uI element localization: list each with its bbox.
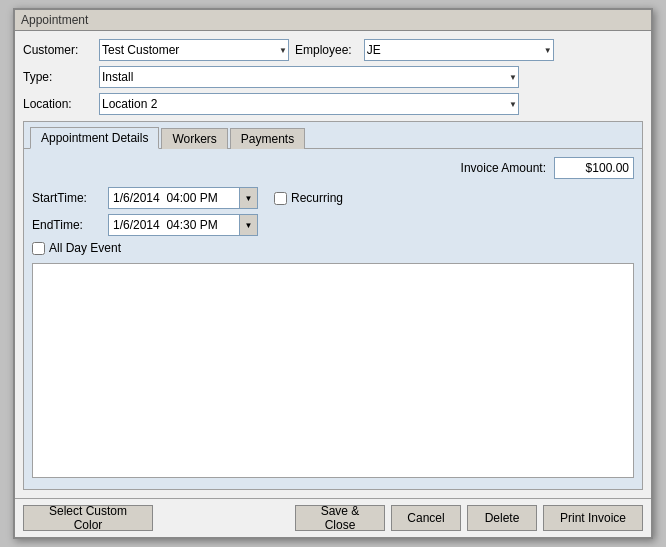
all-day-checkbox-label[interactable]: All Day Event	[32, 241, 121, 255]
location-select[interactable]: Location 2	[99, 93, 519, 115]
location-row: Location: Location 2	[23, 93, 643, 115]
invoice-amount-row: Invoice Amount:	[32, 157, 634, 179]
recurring-checkbox-label[interactable]: Recurring	[274, 191, 343, 205]
print-invoice-button[interactable]: Print Invoice	[543, 505, 643, 531]
all-day-row: All Day Event	[32, 241, 634, 255]
custom-color-button[interactable]: Select Custom Color	[23, 505, 153, 531]
location-label: Location:	[23, 97, 93, 111]
customer-label: Customer:	[23, 43, 93, 57]
bottom-bar: Select Custom Color Save & Close Cancel …	[15, 498, 651, 537]
tab-payments[interactable]: Payments	[230, 128, 305, 149]
tabs-container: Appointment Details Workers Payments Inv…	[23, 121, 643, 490]
end-time-label: EndTime:	[32, 218, 102, 232]
customer-employee-row: Customer: Test Customer Employee: JE	[23, 39, 643, 61]
customer-select-wrapper[interactable]: Test Customer	[99, 39, 289, 61]
type-label: Type:	[23, 70, 93, 84]
end-time-dropdown-btn[interactable]: ▼	[239, 215, 257, 235]
end-time-row: EndTime: ▼	[32, 214, 634, 236]
type-select-wrapper[interactable]: Install	[99, 66, 519, 88]
tab-workers[interactable]: Workers	[161, 128, 227, 149]
start-time-label: StartTime:	[32, 191, 102, 205]
employee-select[interactable]: JE	[364, 39, 554, 61]
start-time-input[interactable]	[109, 188, 239, 208]
location-select-wrapper[interactable]: Location 2	[99, 93, 519, 115]
cancel-button[interactable]: Cancel	[391, 505, 461, 531]
end-time-input-wrapper[interactable]: ▼	[108, 214, 258, 236]
invoice-amount-input[interactable]	[554, 157, 634, 179]
appointment-window: Appointment Customer: Test Customer Empl…	[13, 8, 653, 539]
invoice-amount-label: Invoice Amount:	[461, 161, 546, 175]
end-time-input[interactable]	[109, 215, 239, 235]
start-time-row: StartTime: ▼ Recurring	[32, 187, 634, 209]
save-close-button[interactable]: Save & Close	[295, 505, 385, 531]
type-select[interactable]: Install	[99, 66, 519, 88]
type-row: Type: Install	[23, 66, 643, 88]
recurring-label: Recurring	[291, 191, 343, 205]
employee-label: Employee:	[295, 43, 358, 57]
customer-select[interactable]: Test Customer	[99, 39, 289, 61]
all-day-label: All Day Event	[49, 241, 121, 255]
all-day-checkbox[interactable]	[32, 242, 45, 255]
notes-textarea[interactable]	[32, 263, 634, 478]
window-title: Appointment	[15, 10, 651, 31]
delete-button[interactable]: Delete	[467, 505, 537, 531]
tab-appointment-details[interactable]: Appointment Details	[30, 127, 159, 149]
tab-content-appointment-details: Invoice Amount: StartTime: ▼ Recurring	[24, 148, 642, 489]
recurring-checkbox[interactable]	[274, 192, 287, 205]
employee-select-wrapper[interactable]: JE	[364, 39, 554, 61]
start-time-input-wrapper[interactable]: ▼	[108, 187, 258, 209]
window-body: Customer: Test Customer Employee: JE Typ…	[15, 31, 651, 498]
tabs-header: Appointment Details Workers Payments	[24, 122, 642, 148]
start-time-dropdown-btn[interactable]: ▼	[239, 188, 257, 208]
